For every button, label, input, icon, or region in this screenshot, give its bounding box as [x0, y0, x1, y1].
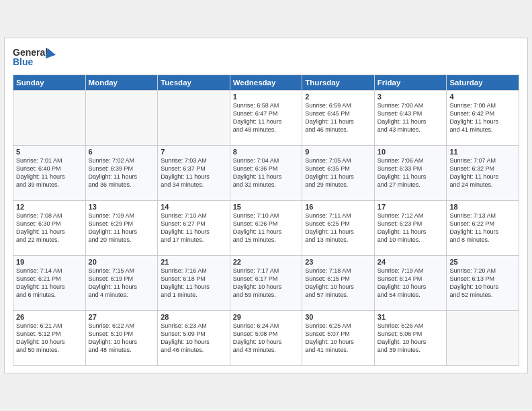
day-number: 26	[16, 313, 83, 321]
day-info: Sunrise: 7:00 AM Sunset: 6:42 PM Dayligh…	[449, 101, 516, 134]
calendar-cell	[158, 91, 230, 146]
day-info: Sunrise: 7:05 AM Sunset: 6:35 PM Dayligh…	[305, 156, 371, 189]
day-info: Sunrise: 7:04 AM Sunset: 6:36 PM Dayligh…	[233, 156, 300, 189]
day-info: Sunrise: 6:59 AM Sunset: 6:45 PM Dayligh…	[305, 101, 371, 134]
day-number: 8	[233, 148, 300, 156]
days-of-week-row: SundayMondayTuesdayWednesdayThursdayFrid…	[13, 75, 519, 91]
day-number: 21	[161, 258, 227, 266]
calendar-cell: 17Sunrise: 7:12 AM Sunset: 6:23 PM Dayli…	[374, 201, 447, 256]
day-number: 11	[449, 148, 516, 156]
day-number: 23	[305, 258, 371, 266]
day-number: 9	[305, 148, 371, 156]
day-info: Sunrise: 7:17 AM Sunset: 6:17 PM Dayligh…	[233, 267, 300, 300]
day-info: Sunrise: 6:25 AM Sunset: 5:07 PM Dayligh…	[305, 322, 371, 355]
day-info: Sunrise: 6:58 AM Sunset: 6:47 PM Dayligh…	[233, 101, 300, 134]
svg-text:Blue: Blue	[13, 56, 34, 67]
calendar-week-row: 12Sunrise: 7:08 AM Sunset: 6:30 PM Dayli…	[13, 201, 519, 256]
calendar-week-row: 19Sunrise: 7:14 AM Sunset: 6:21 PM Dayli…	[13, 256, 519, 311]
calendar-cell: 9Sunrise: 7:05 AM Sunset: 6:35 PM Daylig…	[302, 146, 375, 201]
day-info: Sunrise: 7:11 AM Sunset: 6:25 PM Dayligh…	[305, 212, 371, 244]
calendar-cell: 28Sunrise: 6:23 AM Sunset: 5:09 PM Dayli…	[158, 311, 230, 366]
calendar-cell: 20Sunrise: 7:15 AM Sunset: 6:19 PM Dayli…	[85, 256, 158, 311]
day-of-week-header: Thursday	[302, 75, 375, 91]
calendar-week-row: 1Sunrise: 6:58 AM Sunset: 6:47 PM Daylig…	[13, 91, 519, 146]
day-number: 28	[161, 313, 227, 321]
day-info: Sunrise: 7:00 AM Sunset: 6:43 PM Dayligh…	[378, 101, 444, 134]
calendar-container: GeneralBlue SundayMondayTuesdayWednesday…	[4, 38, 528, 373]
calendar-cell: 13Sunrise: 7:09 AM Sunset: 6:29 PM Dayli…	[85, 201, 158, 256]
day-number: 29	[233, 313, 300, 321]
day-number: 25	[449, 258, 516, 266]
day-info: Sunrise: 7:16 AM Sunset: 6:18 PM Dayligh…	[161, 267, 227, 300]
day-info: Sunrise: 7:06 AM Sunset: 6:33 PM Dayligh…	[378, 156, 444, 189]
day-info: Sunrise: 7:12 AM Sunset: 6:23 PM Dayligh…	[378, 212, 444, 244]
day-number: 15	[233, 203, 300, 211]
day-of-week-header: Sunday	[13, 75, 86, 91]
calendar-cell: 8Sunrise: 7:04 AM Sunset: 6:36 PM Daylig…	[230, 146, 302, 201]
calendar-cell: 23Sunrise: 7:18 AM Sunset: 6:15 PM Dayli…	[302, 256, 375, 311]
day-info: Sunrise: 6:21 AM Sunset: 5:12 PM Dayligh…	[16, 322, 83, 355]
logo-svg: GeneralBlue	[13, 45, 60, 69]
day-number: 27	[89, 313, 155, 321]
calendar-week-row: 26Sunrise: 6:21 AM Sunset: 5:12 PM Dayli…	[13, 311, 519, 366]
day-number: 3	[378, 93, 444, 101]
calendar-cell: 25Sunrise: 7:20 AM Sunset: 6:13 PM Dayli…	[447, 256, 519, 311]
calendar-cell: 19Sunrise: 7:14 AM Sunset: 6:21 PM Dayli…	[13, 256, 86, 311]
day-info: Sunrise: 7:01 AM Sunset: 6:40 PM Dayligh…	[16, 156, 83, 189]
day-of-week-header: Tuesday	[158, 75, 230, 91]
calendar-cell: 4Sunrise: 7:00 AM Sunset: 6:42 PM Daylig…	[447, 91, 519, 146]
calendar-cell: 10Sunrise: 7:06 AM Sunset: 6:33 PM Dayli…	[374, 146, 447, 201]
day-number: 4	[449, 93, 516, 101]
day-info: Sunrise: 7:15 AM Sunset: 6:19 PM Dayligh…	[89, 267, 155, 300]
day-number: 22	[233, 258, 300, 266]
calendar-cell	[85, 91, 158, 146]
calendar-table: SundayMondayTuesdayWednesdayThursdayFrid…	[13, 75, 519, 366]
day-info: Sunrise: 7:18 AM Sunset: 6:15 PM Dayligh…	[305, 267, 371, 300]
calendar-header: GeneralBlue	[13, 45, 519, 69]
calendar-cell: 16Sunrise: 7:11 AM Sunset: 6:25 PM Dayli…	[302, 201, 375, 256]
day-info: Sunrise: 7:20 AM Sunset: 6:13 PM Dayligh…	[449, 267, 516, 300]
day-info: Sunrise: 7:13 AM Sunset: 6:22 PM Dayligh…	[449, 212, 516, 244]
calendar-cell: 22Sunrise: 7:17 AM Sunset: 6:17 PM Dayli…	[230, 256, 302, 311]
calendar-body: 1Sunrise: 6:58 AM Sunset: 6:47 PM Daylig…	[13, 91, 519, 366]
day-info: Sunrise: 7:10 AM Sunset: 6:27 PM Dayligh…	[161, 212, 227, 244]
calendar-week-row: 5Sunrise: 7:01 AM Sunset: 6:40 PM Daylig…	[13, 146, 519, 201]
day-number: 13	[89, 203, 155, 211]
day-of-week-header: Friday	[374, 75, 447, 91]
day-number: 18	[449, 203, 516, 211]
calendar-cell: 12Sunrise: 7:08 AM Sunset: 6:30 PM Dayli…	[13, 201, 86, 256]
day-number: 7	[161, 148, 227, 156]
day-of-week-header: Saturday	[447, 75, 519, 91]
calendar-cell: 5Sunrise: 7:01 AM Sunset: 6:40 PM Daylig…	[13, 146, 86, 201]
calendar-cell: 3Sunrise: 7:00 AM Sunset: 6:43 PM Daylig…	[374, 91, 447, 146]
day-number: 12	[16, 203, 83, 211]
day-info: Sunrise: 6:24 AM Sunset: 5:08 PM Dayligh…	[233, 322, 300, 355]
day-info: Sunrise: 7:10 AM Sunset: 6:26 PM Dayligh…	[233, 212, 300, 244]
calendar-cell	[447, 311, 519, 366]
day-number: 16	[305, 203, 371, 211]
calendar-cell: 7Sunrise: 7:03 AM Sunset: 6:37 PM Daylig…	[158, 146, 230, 201]
day-number: 19	[16, 258, 83, 266]
day-info: Sunrise: 7:09 AM Sunset: 6:29 PM Dayligh…	[89, 212, 155, 244]
calendar-cell: 27Sunrise: 6:22 AM Sunset: 5:10 PM Dayli…	[85, 311, 158, 366]
calendar-cell: 11Sunrise: 7:07 AM Sunset: 6:32 PM Dayli…	[447, 146, 519, 201]
day-info: Sunrise: 7:14 AM Sunset: 6:21 PM Dayligh…	[16, 267, 83, 300]
day-number: 6	[89, 148, 155, 156]
day-info: Sunrise: 7:07 AM Sunset: 6:32 PM Dayligh…	[449, 156, 516, 189]
day-info: Sunrise: 7:19 AM Sunset: 6:14 PM Dayligh…	[378, 267, 444, 300]
day-number: 31	[378, 313, 444, 321]
day-number: 14	[161, 203, 227, 211]
day-info: Sunrise: 7:03 AM Sunset: 6:37 PM Dayligh…	[161, 156, 227, 189]
day-number: 30	[305, 313, 371, 321]
calendar-cell: 18Sunrise: 7:13 AM Sunset: 6:22 PM Dayli…	[447, 201, 519, 256]
day-number: 1	[233, 93, 300, 101]
day-number: 20	[89, 258, 155, 266]
day-number: 5	[16, 148, 83, 156]
calendar-cell: 6Sunrise: 7:02 AM Sunset: 6:39 PM Daylig…	[85, 146, 158, 201]
day-number: 10	[378, 148, 444, 156]
day-info: Sunrise: 6:22 AM Sunset: 5:10 PM Dayligh…	[89, 322, 155, 355]
calendar-cell: 15Sunrise: 7:10 AM Sunset: 6:26 PM Dayli…	[230, 201, 302, 256]
calendar-cell: 14Sunrise: 7:10 AM Sunset: 6:27 PM Dayli…	[158, 201, 230, 256]
day-info: Sunrise: 7:08 AM Sunset: 6:30 PM Dayligh…	[16, 212, 83, 244]
day-info: Sunrise: 6:23 AM Sunset: 5:09 PM Dayligh…	[161, 322, 227, 355]
